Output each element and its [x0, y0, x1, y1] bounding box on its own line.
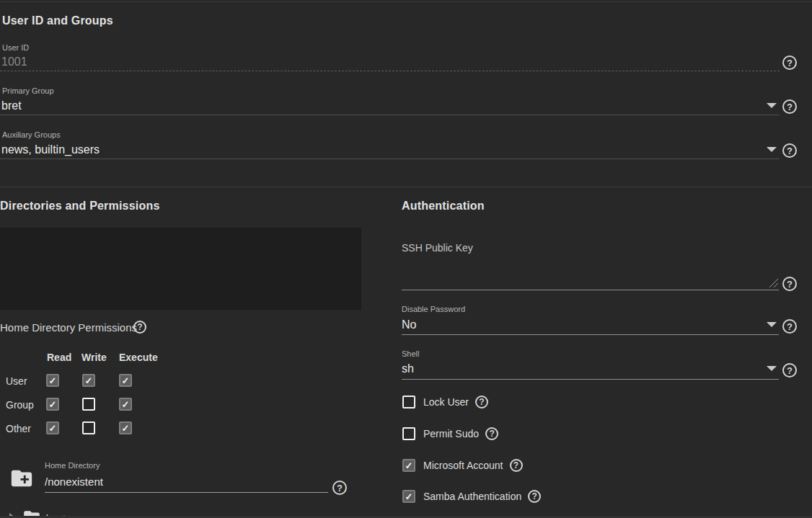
- perm-other-execute-checkbox[interactable]: ✓: [119, 421, 132, 434]
- home-directory-input[interactable]: /nonexistent: [45, 475, 103, 488]
- microsoft-account-help-icon[interactable]: ?: [510, 459, 523, 472]
- samba-authentication-checkbox[interactable]: ✓: [402, 490, 415, 503]
- home-directory-help-icon[interactable]: ?: [332, 481, 347, 495]
- microsoft-account-label: Microsoft Account: [423, 460, 503, 471]
- lock-user-checkbox[interactable]: [402, 396, 415, 408]
- user-id-input: 1001: [1, 55, 27, 68]
- lock-user-help-icon[interactable]: ?: [475, 396, 488, 408]
- user-id-help-icon[interactable]: ?: [782, 55, 797, 70]
- primary-group-help-icon[interactable]: ?: [782, 99, 797, 114]
- home-directory-label: Home Directory: [45, 461, 100, 470]
- auxiliary-groups-underline: [0, 158, 780, 159]
- top-divider: [0, 1, 812, 2]
- perm-col-execute: Execute: [119, 352, 158, 363]
- perm-col-read: Read: [47, 352, 71, 363]
- section-title-user-id-and-groups: User ID and Groups: [2, 14, 113, 27]
- shell-select[interactable]: sh: [402, 362, 414, 375]
- shell-underline: [402, 379, 779, 380]
- shell-label: Shell: [402, 349, 419, 358]
- disable-password-dropdown-arrow-icon[interactable]: [767, 322, 777, 327]
- user-id-underline: [0, 71, 780, 71]
- permit-sudo-row: Permit Sudo ?: [402, 427, 498, 440]
- auxiliary-groups-help-icon[interactable]: ?: [782, 143, 797, 158]
- user-id-label: User ID: [2, 43, 29, 52]
- primary-group-underline: [0, 115, 780, 115]
- section-title-authentication: Authentication: [402, 200, 485, 213]
- home-directory-permissions-help-icon[interactable]: ?: [133, 321, 146, 334]
- perm-user-write-checkbox[interactable]: ✓: [82, 374, 95, 387]
- samba-authentication-row: ✓ Samba Authentication ?: [402, 490, 541, 503]
- perm-group-read-checkbox[interactable]: ✓: [46, 398, 59, 411]
- samba-authentication-help-icon[interactable]: ?: [528, 490, 541, 503]
- microsoft-account-row: ✓ Microsoft Account ?: [402, 459, 523, 472]
- perm-col-write: Write: [81, 352, 107, 363]
- ssh-public-key-textarea[interactable]: [402, 259, 779, 290]
- auxiliary-groups-select[interactable]: news, builtin_users: [1, 143, 100, 156]
- primary-group-select[interactable]: bret: [1, 99, 22, 112]
- textarea-resize-handle-icon[interactable]: [769, 278, 779, 288]
- perm-row-group-label: Group: [6, 399, 34, 411]
- create-folder-icon[interactable]: [9, 466, 34, 491]
- ssh-public-key-label: SSH Public Key: [402, 242, 473, 254]
- home-directory-underline: [45, 492, 328, 493]
- perm-row-user-label: User: [6, 375, 27, 387]
- disable-password-label: Disable Password: [402, 305, 465, 313]
- home-directory-permissions-title: Home Directory Permissions: [0, 321, 137, 334]
- home-directory-explorer-panel: Home Directory /nonexistent ? /mnt: [0, 228, 361, 310]
- shell-dropdown-arrow-icon[interactable]: [767, 366, 777, 371]
- primary-group-dropdown-arrow-icon[interactable]: [767, 103, 777, 108]
- primary-group-label: Primary Group: [2, 86, 54, 95]
- perm-row-other-label: Other: [6, 423, 31, 434]
- ssh-public-key-help-icon[interactable]: ?: [782, 277, 797, 291]
- permit-sudo-help-icon[interactable]: ?: [485, 427, 498, 440]
- perm-group-write-checkbox[interactable]: [82, 398, 95, 411]
- auxiliary-groups-label: Auxiliary Groups: [2, 130, 61, 139]
- section-divider: [0, 187, 812, 187]
- perm-group-execute-checkbox[interactable]: ✓: [119, 398, 132, 411]
- perm-other-read-checkbox[interactable]: ✓: [46, 421, 59, 434]
- ssh-public-key-underline: [402, 290, 779, 290]
- lock-user-label: Lock User: [423, 396, 469, 408]
- disable-password-select[interactable]: No: [402, 318, 416, 331]
- perm-user-read-checkbox[interactable]: ✓: [46, 374, 59, 387]
- lock-user-row: Lock User ?: [402, 396, 488, 408]
- section-title-directories-and-permissions: Directories and Permissions: [0, 200, 160, 213]
- shell-help-icon[interactable]: ?: [782, 363, 797, 378]
- perm-user-execute-checkbox[interactable]: ✓: [119, 374, 132, 387]
- user-edit-form: User ID and Groups User ID 1001 ? Primar…: [0, 0, 812, 518]
- permit-sudo-label: Permit Sudo: [423, 428, 479, 439]
- permit-sudo-checkbox[interactable]: [402, 427, 415, 440]
- disable-password-underline: [402, 334, 779, 335]
- auxiliary-groups-dropdown-arrow-icon[interactable]: [767, 147, 777, 152]
- samba-authentication-label: Samba Authentication: [423, 491, 521, 502]
- microsoft-account-checkbox[interactable]: ✓: [402, 459, 415, 472]
- perm-other-write-checkbox[interactable]: [82, 421, 95, 434]
- disable-password-help-icon[interactable]: ?: [782, 319, 797, 334]
